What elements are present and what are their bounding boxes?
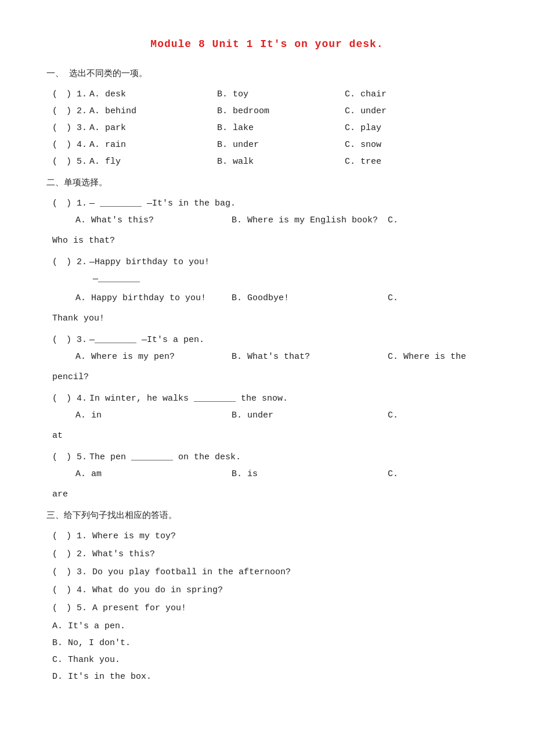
option-b: B. walk [217,154,345,170]
section2-item-3: ( ) 3. —________ —It's a pen. A. Where i… [46,332,488,385]
item-num: ( ) 5. [52,154,87,170]
section3-question-5: ( ) 5. A present for you! [46,600,488,616]
opt-c: C. [388,469,398,479]
question-num: ( ) 3. [52,567,87,577]
option-a: A. behind [89,103,217,119]
question-num: ( ) 5. [52,603,87,613]
opt-a: A. What's this? [75,213,226,228]
item-num: ( ) 3. [52,120,87,136]
section1-item-5: ( ) 5. A. fly B. walk C. tree [46,154,488,170]
options-row: A. Happy birthday to you! B. Goodbye! C. [46,290,488,306]
option-b: B. under [217,137,345,153]
item-num: ( ) 5. [52,449,87,465]
question-text: Where is my toy? [92,531,176,541]
question-num: ( ) 2. [52,549,87,559]
options-row: A. Where is my pen? B. What's that? C. W… [46,349,488,365]
section2-item-1: ( ) 1. — ________ —It's in the bag. A. W… [46,196,488,249]
item-num: ( ) 4. [52,391,87,406]
item-num: ( ) 2. [52,103,87,119]
item-num: ( ) 4. [52,137,87,153]
answer-item-1: A. It's a pen. [46,618,488,634]
item-num: ( ) 3. [52,332,87,348]
section1-item-2: ( ) 2. A. behind B. bedroom C. under [46,103,488,119]
question-text: In winter, he walks ________ the snow. [89,391,288,406]
options-row: A. in B. under C. [46,408,488,423]
section1-item-3: ( ) 3. A. park B. lake C. play [46,120,488,136]
option-a: A. desk [89,87,217,102]
answer-item-4: D. It's in the box. [46,669,488,685]
question-row: ( ) 4. In winter, he walks ________ the … [46,391,488,406]
opt-b: B. What's that? [232,349,383,365]
opt-b: B. Where is my English book? [232,213,383,228]
section3-question-3: ( ) 3. Do you play football in the after… [46,564,488,580]
option-c: C. tree [345,154,449,170]
section3-question-2: ( ) 2. What's this? [46,546,488,562]
opt-c-cont: at [46,428,488,444]
answer-item-2: B. No, I don't. [46,635,488,651]
options-row: A. What's this? B. Where is my English b… [46,213,488,228]
question-text: What do you do in spring? [92,585,223,595]
section2-item-4: ( ) 4. In winter, he walks ________ the … [46,391,488,444]
question-row: ( ) 5. The pen ________ on the desk. [46,449,488,465]
opt-c-cont: pencil? [46,369,488,385]
option-b: B. toy [217,87,345,102]
option-b: B. bedroom [217,103,345,119]
page-title: Module 8 Unit 1 It's on your desk. [46,35,488,53]
question-text: What's this? [92,549,155,559]
item-num: ( ) 1. [52,87,87,102]
question-num: ( ) 4. [52,585,87,595]
opt-c-cont: Thank you! [46,311,488,326]
option-c: C. chair [345,87,449,102]
option-a: A. fly [89,154,217,170]
option-c: C. snow [345,137,449,153]
opt-c-cont: are [46,487,488,502]
opt-a: A. am [75,466,226,482]
answer-item-3: C. Thank you. [46,652,488,668]
opt-c-cont: Who is that? [46,233,488,249]
question-text: The pen ________ on the desk. [89,449,241,465]
question-text: —________ —It's a pen. [89,332,204,348]
question-text: Do you play football in the afternoon? [92,567,291,577]
section2-item-5: ( ) 5. The pen ________ on the desk. A. … [46,449,488,502]
opt-a: A. Where is my pen? [75,349,226,365]
question-row: ( ) 3. —________ —It's a pen. [46,332,488,348]
section2-header: 二、单项选择。 [46,175,488,191]
question-text: — ________ —It's in the bag. [89,196,236,211]
answer-blank-line: —________ [46,271,488,287]
options-row: A. am B. is C. [46,466,488,482]
section1-item-1: ( ) 1. A. desk B. toy C. chair [46,87,488,102]
section3-header: 三、给下列句子找出相应的答语。 [46,508,488,524]
section3-question-4: ( ) 4. What do you do in spring? [46,582,488,598]
question-row: ( ) 1. — ________ —It's in the bag. [46,196,488,211]
opt-a: A. in [75,408,226,423]
option-b: B. lake [217,120,345,136]
opt-c: C. [388,215,398,225]
section3-question-1: ( ) 1. Where is my toy? [46,528,488,544]
opt-c: C. [388,293,398,303]
opt-a: A. Happy birthday to you! [75,290,226,306]
opt-b: B. is [232,466,383,482]
option-a: A. rain [89,137,217,153]
section1-header: 一、 选出不同类的一项。 [46,66,488,82]
option-a: A. park [89,120,217,136]
opt-c: C. Where is the [388,352,466,362]
item-num: ( ) 1. [52,196,87,211]
option-c: C. play [345,120,449,136]
question-num: ( ) 1. [52,531,87,541]
option-c: C. under [345,103,449,119]
item-num: ( ) 2. [52,254,87,270]
section1-item-4: ( ) 4. A. rain B. under C. snow [46,137,488,153]
question-text: A present for you! [92,603,186,613]
opt-b: B. under [232,408,383,423]
question-row: ( ) 2. —Happy birthday to you! [46,254,488,270]
opt-b: B. Goodbye! [232,290,383,306]
opt-c: C. [388,411,398,420]
section2-item-2: ( ) 2. —Happy birthday to you! —________… [46,254,488,326]
question-text: —Happy birthday to you! [89,254,210,270]
